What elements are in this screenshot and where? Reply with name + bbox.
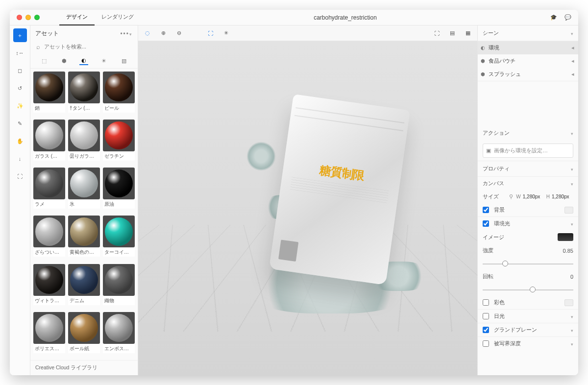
- tint-color-swatch[interactable]: [564, 299, 573, 306]
- material-item[interactable]: ポリエス…: [33, 312, 65, 357]
- tab-design[interactable]: デザイン: [59, 10, 95, 25]
- window-close[interactable]: [17, 15, 22, 20]
- material-item[interactable]: †タン (…: [68, 72, 100, 117]
- window-max[interactable]: [34, 15, 40, 20]
- env-light-checkbox[interactable]: [483, 220, 489, 227]
- background-color-swatch[interactable]: [564, 207, 573, 214]
- size-label: サイズ: [483, 193, 506, 200]
- visibility-icon[interactable]: ◂: [571, 45, 574, 51]
- tab-images-icon[interactable]: ▧: [120, 56, 128, 65]
- orbit-tool[interactable]: ↺: [13, 81, 27, 95]
- hdri-thumbnail[interactable]: [558, 233, 573, 241]
- material-item[interactable]: 曇りガラ…: [68, 120, 100, 165]
- visibility-icon[interactable]: ◂: [571, 71, 574, 77]
- material-item[interactable]: 銷: [33, 72, 65, 117]
- material-item[interactable]: 織物: [103, 264, 135, 309]
- intensity-value[interactable]: 0.85: [563, 248, 573, 254]
- width-input[interactable]: 1,280px: [523, 194, 544, 199]
- feedback-icon[interactable]: 💬: [564, 14, 571, 21]
- material-item[interactable]: ゼラチン: [103, 120, 135, 165]
- search-input[interactable]: [35, 42, 133, 51]
- scene-item-pouch[interactable]: 食品パウチ◂: [478, 54, 578, 68]
- material-item[interactable]: ビール: [103, 72, 135, 117]
- add-button[interactable]: ＋: [13, 28, 27, 42]
- material-item[interactable]: ざらつい…: [33, 216, 65, 261]
- visibility-icon[interactable]: ◂: [571, 58, 574, 64]
- tab-lights-icon[interactable]: ☀: [99, 56, 108, 65]
- dof-checkbox[interactable]: [483, 340, 489, 347]
- properties-title: プロパティ: [483, 165, 510, 172]
- material-item[interactable]: ガラス (…: [33, 120, 65, 165]
- tab-shapes-icon[interactable]: ⬢: [60, 56, 69, 65]
- material-item[interactable]: 原油: [103, 168, 135, 213]
- assets-title: アセット: [35, 29, 59, 38]
- material-item[interactable]: ラメ: [33, 168, 65, 213]
- rotation-value[interactable]: 0: [570, 274, 573, 280]
- eyedropper-tool[interactable]: ✎: [13, 117, 27, 130]
- frame-sel-icon[interactable]: ⛶: [206, 29, 215, 38]
- cc-libraries[interactable]: Creative Cloud ライブラリ: [30, 360, 138, 375]
- document-title: carbohydrate_restriction: [141, 14, 550, 21]
- product-pouch[interactable]: 糖質制限: [269, 94, 410, 285]
- fullscreen-icon[interactable]: ⛶: [432, 29, 441, 38]
- scene-menu-icon[interactable]: [571, 30, 573, 36]
- background-checkbox[interactable]: [483, 207, 489, 213]
- canvas-collapse-icon[interactable]: [571, 181, 573, 187]
- groundplane-checkbox[interactable]: [483, 327, 489, 333]
- tab-materials-icon[interactable]: ◐: [79, 56, 88, 65]
- material-item[interactable]: 黄褐色の…: [68, 216, 100, 261]
- learn-icon[interactable]: 🎓: [550, 14, 557, 21]
- properties-menu-icon[interactable]: [571, 166, 573, 172]
- dolly-tool[interactable]: ↓: [13, 152, 27, 166]
- height-input[interactable]: 1,280px: [552, 194, 573, 199]
- intensity-slider[interactable]: [483, 260, 573, 267]
- scene-item-environment[interactable]: 環境◂: [478, 41, 578, 54]
- marquee-select-icon[interactable]: ◌: [143, 29, 152, 38]
- wand-tool[interactable]: ✨: [13, 99, 27, 113]
- add-to-sel-icon[interactable]: ⊕: [159, 29, 168, 38]
- set-env-from-image-button[interactable]: ▣画像から環境を設定…: [483, 144, 573, 158]
- scene-title: シーン: [483, 29, 499, 37]
- render-settings-icon[interactable]: ▦: [464, 29, 472, 38]
- material-item[interactable]: ボール紙: [68, 312, 100, 357]
- move-tool[interactable]: ↕↔: [13, 46, 27, 60]
- material-item[interactable]: エンボス…: [103, 312, 135, 357]
- tab-render[interactable]: レンダリング: [95, 10, 141, 25]
- camera-bookmark-icon[interactable]: ▤: [448, 29, 457, 38]
- select-tool[interactable]: ◻: [13, 64, 27, 77]
- horizon-tool[interactable]: ⛶: [13, 169, 27, 183]
- sunlight-checkbox[interactable]: [483, 313, 489, 319]
- material-item[interactable]: ヴィトラ…: [33, 264, 65, 309]
- hand-tool[interactable]: ✋: [13, 134, 27, 148]
- material-item[interactable]: 氷: [68, 168, 100, 213]
- viewport-3d[interactable]: 糖質制限: [138, 41, 477, 375]
- material-item[interactable]: デニム: [68, 264, 100, 309]
- action-menu-icon[interactable]: [571, 130, 573, 136]
- assets-menu-icon[interactable]: •••: [120, 30, 133, 37]
- material-item[interactable]: ターコイ…: [103, 216, 135, 261]
- sub-from-sel-icon[interactable]: ⊖: [174, 29, 183, 38]
- rotation-slider[interactable]: [483, 286, 573, 293]
- link-icon[interactable]: ⚲: [509, 193, 513, 200]
- scene-item-splash[interactable]: スプラッシュ◂: [478, 68, 578, 81]
- tint-checkbox[interactable]: [483, 299, 489, 306]
- canvas-label: カンバス: [483, 180, 568, 187]
- tab-models-icon[interactable]: ⬚: [40, 56, 49, 65]
- window-min[interactable]: [25, 15, 31, 20]
- action-title: アクション: [483, 129, 510, 137]
- snap-icon[interactable]: ✳: [221, 29, 230, 38]
- envlight-collapse-icon[interactable]: [571, 221, 573, 227]
